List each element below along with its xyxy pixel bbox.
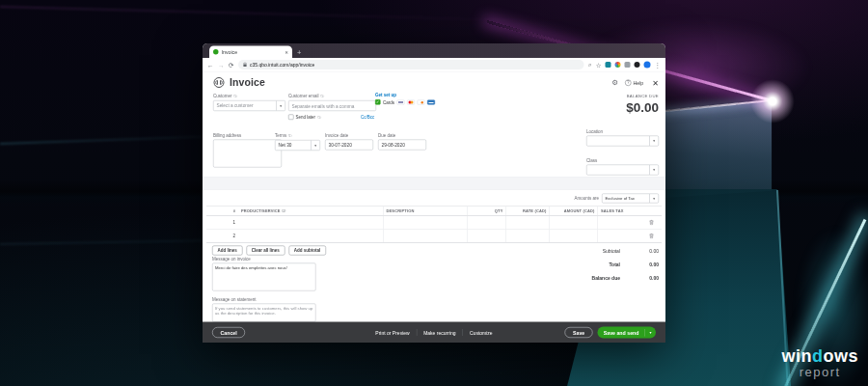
product-service-cell[interactable] (238, 230, 383, 243)
location-select[interactable]: ▾ (586, 136, 659, 147)
browser-tab[interactable]: Invoice ✕ (209, 46, 292, 59)
actions-column-header (641, 207, 663, 215)
payments-setup-group: Get set up ✓ Cards (375, 93, 435, 105)
close-icon[interactable]: ✕ (652, 78, 659, 88)
totals-summary: Subtotal 0.00 Total 0.00 Balance due 0.0… (538, 244, 659, 285)
info-icon: ⓘ (233, 94, 237, 99)
delete-line-button[interactable] (641, 216, 663, 230)
chevron-down-icon: ▾ (650, 194, 659, 203)
help-icon: ? (625, 79, 632, 86)
get-set-up-link[interactable]: Get set up (375, 93, 435, 97)
desktop-wallpaper: windows report Invoice ✕ + ← → ⟳ c35 (0, 0, 868, 386)
location-label: Location (586, 129, 659, 134)
help-button[interactable]: ? Help (625, 79, 643, 86)
product-service-cell[interactable] (238, 216, 383, 230)
amount-cell[interactable] (550, 216, 598, 230)
product-service-column-header: PRODUCT/SERVICE ⓘ (238, 207, 383, 215)
print-or-preview-link[interactable]: Print or Preview (375, 330, 409, 336)
forward-icon[interactable]: → (218, 61, 225, 69)
back-icon[interactable]: ← (207, 61, 214, 69)
class-group: Class ▾ (586, 158, 659, 176)
cards-checkbox[interactable]: ✓ (375, 99, 381, 105)
extension-icon[interactable] (635, 62, 640, 68)
sales-tax-cell[interactable] (598, 216, 641, 230)
extension-icon[interactable] (606, 62, 611, 68)
browser-toolbar: ← → ⟳ c35.qbo.intuit.com/app/invoice ⌕ ☆… (203, 58, 665, 72)
class-select[interactable]: ▾ (586, 165, 659, 176)
message-on-invoice-label: Message on invoice (212, 257, 316, 262)
save-button[interactable]: Save (564, 327, 592, 338)
invoice-date-group: Invoice date (325, 133, 373, 151)
customer-select[interactable]: Select a customer ▾ (213, 100, 285, 111)
make-recurring-link[interactable]: Make recurring (423, 330, 455, 336)
gear-icon[interactable]: ⚙ (611, 78, 618, 87)
customer-email-group: Customer emailⓘ (288, 94, 376, 112)
send-later-checkbox[interactable] (288, 115, 294, 121)
extension-icon[interactable] (615, 62, 621, 68)
wallpaper-light-vertex (750, 79, 795, 124)
send-later-label: Send later (296, 115, 316, 120)
customer-field-group: Customerⓘ Select a customer ▾ (213, 94, 285, 112)
chevron-down-icon: ▾ (312, 141, 320, 151)
trash-icon (649, 233, 654, 238)
invoice-date-label: Invoice date (325, 133, 373, 138)
sales-tax-cell[interactable] (598, 230, 641, 243)
add-subtotal-button[interactable]: Add subtotal (288, 246, 326, 256)
extension-icon[interactable] (625, 62, 631, 68)
qty-cell[interactable] (468, 216, 506, 230)
invoice-page: Invoice ⚙ ? Help ✕ Customerⓘ Select a cu… (203, 72, 665, 344)
description-cell[interactable] (383, 216, 468, 230)
browser-menu-icon[interactable]: ⋮ (655, 61, 662, 69)
message-on-statement-textarea[interactable] (212, 304, 316, 322)
rate-cell[interactable] (506, 216, 550, 230)
message-on-invoice-textarea[interactable]: Merci de faire des emplettes avec nous! (212, 263, 316, 291)
trash-icon (649, 219, 654, 225)
amounts-are-select[interactable]: Exclusive of Tax ▾ (602, 194, 659, 204)
cancel-button[interactable]: Cancel (212, 327, 245, 338)
balance-due-group: BALANCE DUE $0.00 (626, 94, 659, 116)
message-on-statement-label: Message on statement (212, 297, 316, 302)
chevron-down-icon: ▾ (277, 101, 285, 111)
invoice-header: Invoice ⚙ ? Help ✕ (213, 77, 659, 89)
message-on-statement-group: Message on statement (212, 297, 316, 324)
wallpaper-beam (0, 6, 540, 22)
due-date-input[interactable] (378, 140, 426, 151)
drag-handle[interactable] (206, 230, 221, 243)
bookmark-star-icon[interactable]: ☆ (596, 61, 602, 69)
profile-avatar[interactable] (644, 62, 651, 69)
save-and-send-button[interactable]: Save and send ▾ (598, 327, 656, 339)
subtotal-row: Subtotal 0.00 (538, 244, 659, 258)
section-divider-band (203, 178, 665, 190)
search-icon[interactable]: ⌕ (588, 61, 592, 69)
rate-cell[interactable] (506, 230, 550, 243)
drag-handle[interactable] (206, 216, 221, 230)
customer-email-input[interactable] (288, 100, 376, 111)
amount-cell[interactable] (550, 230, 598, 243)
customize-link[interactable]: Customize (470, 330, 493, 336)
balance-due-value: $0.00 (626, 100, 659, 116)
lock-icon (243, 63, 247, 68)
footer-divider (463, 329, 464, 336)
balance-due-row: Balance due 0.00 (538, 271, 659, 285)
add-lines-button[interactable]: Add lines (212, 246, 242, 256)
drag-column-header (206, 207, 221, 215)
billing-address-field[interactable] (213, 140, 282, 168)
delete-line-button[interactable] (641, 230, 663, 243)
quickbooks-logo-icon (213, 77, 225, 89)
reload-icon[interactable]: ⟳ (229, 61, 233, 69)
invoice-date-input[interactable] (325, 140, 373, 151)
page-title: Invoice (230, 77, 265, 89)
qty-cell[interactable] (468, 230, 506, 243)
info-icon: ⓘ (282, 208, 285, 214)
mastercard-card-icon (407, 99, 415, 104)
tab-close-icon[interactable]: ✕ (285, 49, 288, 54)
new-tab-button[interactable]: + (297, 48, 301, 57)
billing-address-group: Billing address (213, 133, 282, 168)
description-cell[interactable] (383, 230, 468, 243)
terms-select[interactable]: Net 30 ▾ (275, 140, 320, 151)
address-bar[interactable]: c35.qbo.intuit.com/app/invoice (238, 60, 584, 69)
billing-address-label: Billing address (213, 133, 282, 138)
cc-bcc-link[interactable]: Cc/Bcc (361, 115, 374, 120)
browser-tab-strip: Invoice ✕ + (203, 43, 665, 58)
clear-all-lines-button[interactable]: Clear all lines (246, 246, 285, 256)
